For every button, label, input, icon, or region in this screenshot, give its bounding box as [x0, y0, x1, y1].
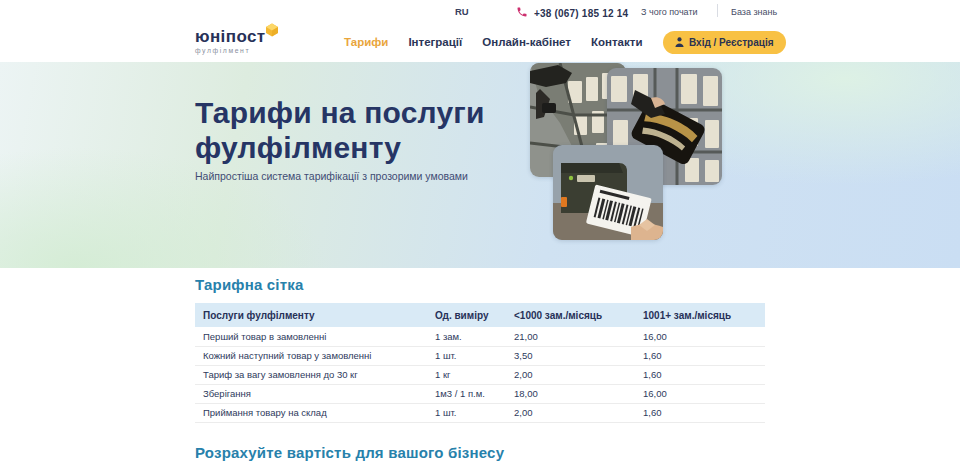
table-row: Тариф за вагу замовлення до 30 кг1 кг2,0… [195, 365, 765, 384]
table-cell: Перший товар в замовленні [195, 327, 433, 346]
nav-tariffs[interactable]: Тарифи [344, 36, 388, 48]
page: RU +38 (067) 185 12 14 З чого почати Баз… [0, 0, 960, 475]
table-row: Перший товар в замовленні1 зам.21,0016,0… [195, 327, 765, 346]
link-getting-started[interactable]: З чого почати [641, 7, 698, 17]
pricing-table-body: Перший товар в замовленні1 зам.21,0016,0… [195, 327, 765, 422]
table-row: Кожний наступний товар у замовленні1 шт.… [195, 346, 765, 365]
logo[interactable]: юніпост фулфілмент [195, 28, 266, 54]
table-cell: 21,00 [512, 327, 641, 346]
table-cell: Зберігання [195, 384, 433, 403]
table-cell: 1 шт. [433, 403, 512, 422]
language-switcher[interactable]: RU [455, 6, 469, 17]
table-header-row: Послуги фулфілменту Од. виміру <1000 зам… [195, 303, 765, 327]
table-cell: 1 шт. [433, 346, 512, 365]
link-knowledge-base[interactable]: База знань [731, 7, 777, 17]
main-nav: Тарифи Інтеграції Онлайн-кабінет Контакт… [344, 36, 642, 48]
pricing-table-head: Послуги фулфілменту Од. виміру <1000 зам… [195, 303, 765, 327]
col-over-1001: 1001+ зам./місяць [641, 303, 765, 327]
logo-text: юніпост [195, 28, 266, 45]
table-cell: 2,00 [512, 403, 641, 422]
table-cell: Кожний наступний товар у замовленні [195, 346, 433, 365]
hero-title: Тарифи на послуги фулфілменту [195, 96, 545, 166]
table-cell: 2,00 [512, 365, 641, 384]
login-button[interactable]: Вхід / Реєстрація [663, 31, 786, 54]
table-cell: 1 зам. [433, 327, 512, 346]
login-button-label: Вхід / Реєстрація [689, 37, 774, 48]
col-service: Послуги фулфілменту [195, 303, 433, 327]
pricing-table: Послуги фулфілменту Од. виміру <1000 зам… [195, 303, 765, 423]
logo-cube-icon [265, 23, 279, 37]
table-cell: 1 кг [433, 365, 512, 384]
logo-tagline: фулфілмент [195, 47, 266, 54]
table-cell: Тариф за вагу замовлення до 30 кг [195, 365, 433, 384]
hero-subtitle: Найпростіша система тарифікації з прозор… [195, 170, 468, 182]
label-printer-photo [553, 145, 663, 240]
main-header: юніпост фулфілмент Тарифи Інтеграції Онл… [0, 22, 960, 62]
table-row: Приймання товару на склад1 шт.2,001,60 [195, 403, 765, 422]
table-cell: 3,50 [512, 346, 641, 365]
table-cell: 18,00 [512, 384, 641, 403]
table-cell: 1м3 / 1 п.м. [433, 384, 512, 403]
table-row: Зберігання1м3 / 1 п.м.18,0016,00 [195, 384, 765, 403]
phone-number: +38 (067) 185 12 14 [534, 8, 628, 19]
topbar-divider [717, 4, 718, 17]
pricing-heading: Тарифна сітка [195, 276, 304, 293]
table-cell: 1,60 [641, 365, 765, 384]
phone-icon [516, 4, 528, 22]
user-icon [675, 37, 684, 49]
table-cell: 16,00 [641, 384, 765, 403]
nav-online-cabinet[interactable]: Онлайн-кабінет [482, 36, 571, 48]
table-cell: 16,00 [641, 327, 765, 346]
nav-integrations[interactable]: Інтеграції [408, 36, 462, 48]
table-cell: 1,60 [641, 346, 765, 365]
col-under-1000: <1000 зам./місяць [512, 303, 641, 327]
col-unit: Од. виміру [433, 303, 512, 327]
hero-section: Тарифи на послуги фулфілменту Найпростіш… [0, 62, 960, 268]
table-cell: 1,60 [641, 403, 765, 422]
phone-link[interactable]: +38 (067) 185 12 14 [516, 4, 628, 22]
calculator-heading: Розрахуйте вартість для вашого бізнесу [195, 444, 504, 461]
nav-contacts[interactable]: Контакти [591, 36, 642, 48]
table-cell: Приймання товару на склад [195, 403, 433, 422]
utility-bar: RU +38 (067) 185 12 14 З чого почати Баз… [0, 0, 960, 22]
